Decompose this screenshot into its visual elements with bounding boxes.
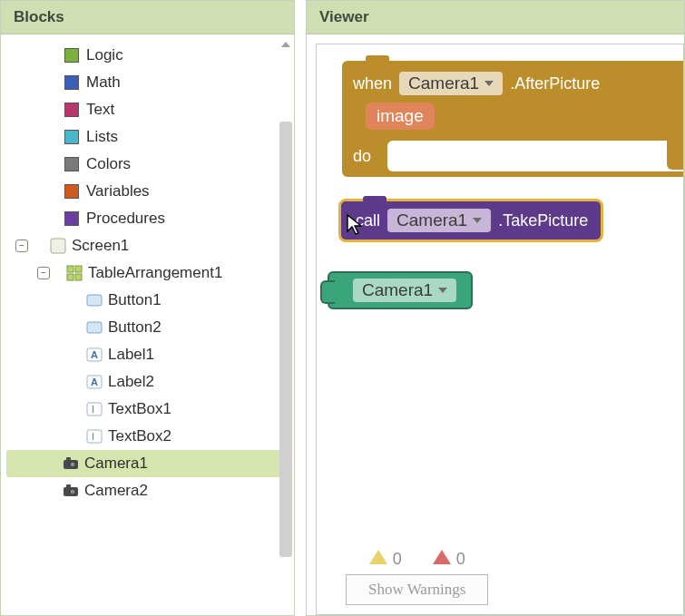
svg-text:A: A (91, 376, 98, 387)
scroll-thumb[interactable] (279, 122, 292, 557)
category-label: Procedures (86, 210, 165, 228)
chevron-down-icon (473, 218, 482, 223)
svg-rect-16 (66, 457, 71, 461)
tree-item-label1[interactable]: ALabel1 (6, 341, 290, 368)
camera-icon (63, 483, 79, 499)
warning-count: 0 (369, 550, 402, 569)
tree-item-label: TextBox1 (108, 400, 171, 418)
category-text[interactable]: Text (6, 96, 290, 123)
scroll-up-icon[interactable] (281, 38, 290, 47)
svg-rect-19 (66, 484, 71, 488)
event-do-label: do (353, 147, 371, 166)
button-icon (86, 292, 103, 308)
svg-rect-4 (75, 274, 82, 280)
category-color-swatch (64, 130, 79, 144)
error-count: 0 (433, 550, 465, 569)
table-arrangement-icon (66, 265, 83, 281)
category-color-swatch (64, 157, 79, 171)
tree-item-label: Camera2 (84, 482, 148, 500)
tree-item-label: Button2 (108, 318, 161, 337)
tree-container-row[interactable]: − TableArrangement1 (6, 259, 290, 287)
chevron-down-icon (484, 81, 494, 86)
viewer-header: Viewer (307, 1, 684, 34)
tree-screen-row[interactable]: − Screen1 (6, 232, 290, 259)
category-label: Variables (86, 182, 150, 200)
category-color-swatch (64, 103, 79, 117)
tree-item-label: TextBox2 (108, 427, 171, 445)
cursor-icon (346, 213, 366, 237)
getter-component-dropdown[interactable]: Camera1 (353, 279, 456, 302)
category-color-swatch (64, 184, 79, 199)
viewer-panel: Viewer when Camera1 .AfterPicture image … (306, 0, 685, 616)
svg-point-20 (70, 489, 75, 494)
tree-item-button1[interactable]: Button1 (6, 287, 290, 314)
blocks-header: Blocks (1, 1, 294, 34)
category-label: Lists (86, 128, 118, 146)
event-param-image[interactable]: image (366, 103, 435, 130)
tree-item-label: Button1 (108, 291, 161, 309)
svg-text:I: I (92, 431, 94, 442)
tree-item-textbox1[interactable]: ITextBox1 (6, 396, 290, 423)
collapse-icon[interactable]: − (15, 240, 28, 252)
textbox-icon: I (86, 401, 103, 417)
call-suffix-label: .TakePicture (498, 211, 588, 230)
label-icon: A (86, 347, 103, 363)
collapse-icon[interactable]: − (37, 267, 50, 279)
tree-item-button2[interactable]: Button2 (6, 314, 290, 341)
category-procedures[interactable]: Procedures (6, 205, 290, 232)
camera-icon (63, 455, 79, 472)
tree-screen-label: Screen1 (72, 237, 129, 255)
tree-item-label2[interactable]: ALabel2 (6, 368, 290, 396)
tree-item-camera1[interactable]: Camera1 (6, 450, 290, 477)
category-label: Text (86, 101, 114, 119)
event-block-afterpicture[interactable]: when Camera1 .AfterPicture image do (342, 61, 684, 177)
button-icon (86, 319, 103, 336)
tree-item-camera2[interactable]: Camera2 (6, 477, 290, 504)
getter-block-camera1[interactable]: Camera1 (328, 271, 473, 309)
category-lists[interactable]: Lists (6, 123, 290, 151)
svg-text:A: A (91, 349, 98, 360)
tree-item-label: Label1 (108, 346, 154, 364)
category-color-swatch (64, 211, 79, 226)
category-logic[interactable]: Logic (6, 42, 290, 69)
svg-rect-2 (75, 266, 82, 272)
svg-rect-5 (87, 295, 102, 306)
blocks-canvas[interactable]: when Camera1 .AfterPicture image do do (316, 44, 684, 615)
event-when-label: when (353, 74, 392, 93)
chevron-down-icon (438, 288, 447, 293)
call-block-takepicture[interactable]: call Camera1 .TakePicture (338, 199, 603, 242)
do-extension-block[interactable]: do (667, 128, 684, 170)
category-color-swatch (64, 75, 79, 90)
category-color-swatch (64, 48, 79, 63)
category-label: Math (86, 73, 121, 92)
warnings-footer: 0 0 Show Warnings (346, 550, 488, 605)
category-math[interactable]: Math (6, 69, 290, 96)
category-colors[interactable]: Colors (6, 151, 290, 178)
event-component-dropdown[interactable]: Camera1 (399, 72, 503, 95)
svg-rect-0 (51, 239, 65, 253)
tree-container-label: TableArrangement1 (88, 264, 222, 282)
scrollbar[interactable] (278, 34, 294, 615)
svg-rect-6 (87, 322, 102, 333)
category-label: Colors (86, 155, 131, 173)
event-suffix-label: .AfterPicture (510, 74, 600, 93)
blocks-tree: LogicMathTextListsColorsVariablesProcedu… (1, 34, 294, 615)
tree-item-label: Camera1 (84, 455, 148, 473)
show-warnings-button[interactable]: Show Warnings (346, 574, 488, 605)
svg-rect-1 (67, 266, 73, 272)
tree-item-label: Label2 (108, 373, 154, 391)
call-component-dropdown[interactable]: Camera1 (387, 209, 491, 232)
tree-item-textbox2[interactable]: ITextBox2 (6, 423, 290, 450)
screen-icon (50, 238, 66, 254)
svg-text:I: I (92, 404, 94, 415)
label-icon: A (86, 374, 103, 390)
svg-point-17 (70, 462, 75, 467)
warning-icon (369, 550, 387, 564)
category-variables[interactable]: Variables (6, 178, 290, 205)
blocks-panel: Blocks LogicMathTextListsColorsVariables… (0, 0, 295, 616)
svg-rect-3 (67, 274, 73, 280)
error-icon (433, 550, 451, 564)
event-do-slot[interactable] (387, 141, 684, 171)
textbox-icon: I (86, 428, 103, 445)
viewer-body: when Camera1 .AfterPicture image do do (307, 34, 684, 615)
